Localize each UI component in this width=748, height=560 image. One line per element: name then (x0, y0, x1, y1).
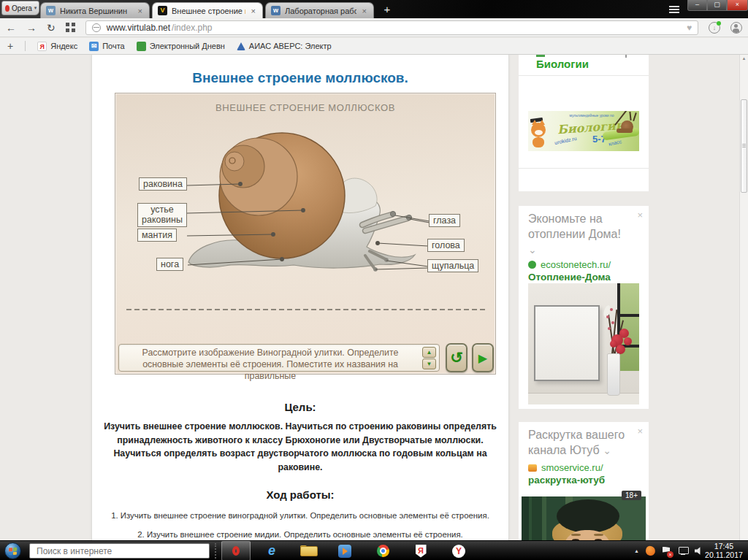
tab-virtulab-active[interactable]: V Внешнее строение молл × (152, 2, 263, 18)
forward-button[interactable]: → (26, 23, 37, 33)
ad-youtube-site[interactable]: smoservice.ru/ (528, 462, 603, 473)
bookmark-label: Яндекс (50, 42, 77, 50)
taskbar-opera[interactable] (221, 541, 251, 560)
taskbar-ie[interactable]: e (257, 541, 286, 560)
ad-site-text: smoservice.ru/ (541, 462, 603, 473)
tab-close-icon[interactable]: × (361, 7, 368, 15)
start-button[interactable] (4, 542, 21, 559)
taskbar-yandex[interactable]: Я (406, 541, 435, 560)
bookmark-yandex[interactable]: Я Яндекс (37, 42, 77, 51)
avast-icon[interactable] (645, 545, 656, 556)
taskbar-chrome[interactable] (368, 541, 397, 560)
maximize-button[interactable]: ▢ (707, 0, 727, 11)
ad-youtube-link[interactable]: раскрутка-ютуб (528, 475, 605, 486)
new-tab-button[interactable]: + (380, 3, 394, 15)
flower-bud (606, 315, 609, 318)
vase (607, 353, 620, 396)
ad-biology-banner[interactable]: мультимедийные уроки по Биологии urokidz… (528, 111, 639, 151)
tabs-menu-button[interactable] (669, 4, 679, 16)
tab-title: Внешнее строение молл (172, 7, 245, 15)
banner-tagline: мультимедийные уроки по (566, 113, 617, 118)
speaker-icon[interactable] (695, 547, 703, 555)
bookmark-dnevnik[interactable]: Электронный Дневн (137, 42, 225, 51)
label-shell-aperture[interactable]: устье раковины (137, 203, 187, 227)
back-button[interactable]: ← (6, 23, 16, 33)
snail-antenna (633, 112, 636, 121)
label-mantle[interactable]: мантия (137, 229, 177, 242)
menu-icon (669, 4, 679, 15)
bookmark-heart-icon[interactable]: ♥ (687, 23, 692, 33)
label-tentacles[interactable]: щупальца (427, 259, 478, 272)
flower-bud (611, 321, 614, 324)
tab-close-icon[interactable]: × (250, 7, 257, 15)
bookmark-aias[interactable]: АИАС АВЕРС: Электр (237, 42, 332, 50)
play-button[interactable]: ▶ (472, 343, 494, 372)
instruction-text: Рассмотрите изображение Виноградной улит… (123, 347, 418, 382)
ad-biology-block: Биологии мультимедийные уроки по Биологи… (519, 55, 649, 191)
scroll-up-button[interactable]: ▲ (422, 347, 436, 358)
child-brow (594, 534, 603, 536)
taskbar-yandex-browser[interactable]: Y (444, 541, 473, 560)
heater-panel (534, 305, 600, 381)
bookmark-label: Почта (102, 42, 125, 50)
ad-youtube-title: Раскрутка вашего канала Ютуб ⌄ (528, 427, 639, 459)
scrollbar-grip (742, 144, 746, 147)
page-viewport: Внешнее строение моллюсков. (0, 55, 748, 540)
ad-youtube-block: × Раскрутка вашего канала Ютуб ⌄ smoserv… (519, 422, 649, 540)
close-window-button[interactable]: × (727, 0, 748, 11)
chrome-icon (377, 545, 389, 557)
label-head[interactable]: голова (427, 239, 465, 252)
ad-heating-link[interactable]: Отопление-Дома (528, 272, 611, 283)
scrollbar-thumb[interactable] (741, 99, 747, 193)
bookmark-mail[interactable]: ✉ Почта (89, 42, 125, 51)
ad-close-icon[interactable]: × (637, 210, 643, 220)
scrollbar-up-arrow[interactable]: ▲ (740, 56, 748, 61)
site-badge-icon[interactable] (92, 23, 101, 32)
banner-site: urokidz.ru (554, 136, 578, 145)
minimize-button[interactable]: – (687, 0, 707, 11)
reset-button[interactable]: ↺ (446, 343, 468, 372)
add-bookmark-button[interactable]: + (7, 40, 13, 52)
opera-menu-button[interactable]: Opera ▾ (1, 1, 39, 15)
taskbar-explorer[interactable] (294, 541, 323, 560)
age-badge: 18+ (622, 491, 641, 500)
taskbar-wmp[interactable] (330, 541, 359, 560)
tab-close-icon[interactable]: × (137, 7, 144, 15)
ad-heating-site[interactable]: ecostonetech.ru/ (528, 259, 611, 270)
ad-title-text: Экономьте на отоплении Дома! (528, 212, 621, 240)
chevron-down-icon[interactable]: ⌄ (528, 244, 537, 256)
speed-dial-icon[interactable] (66, 23, 75, 32)
ad-heating-photo[interactable] (528, 283, 639, 404)
child-brow (571, 534, 581, 536)
chevron-down-icon[interactable]: ⌄ (603, 445, 611, 456)
tab-vk-labwork[interactable]: w Лабораторная работа С × (265, 2, 374, 18)
reload-button[interactable]: ↻ (47, 23, 56, 33)
label-shell[interactable]: раковина (139, 177, 187, 191)
tab-bar: Opera ▾ w Никита Вершинин × V Внешнее ст… (0, 0, 748, 18)
tray-expand-icon[interactable]: ▲ (634, 548, 639, 553)
scroll-down-button[interactable]: ▼ (422, 358, 436, 369)
clock-date: 20.11.2017 (703, 551, 745, 559)
address-bar[interactable]: www.virtulab.net /index.php ♥ (85, 20, 698, 35)
flower-bud (610, 308, 613, 311)
label-foot[interactable]: нога (156, 258, 183, 271)
ie-icon: e (268, 543, 275, 559)
label-eyes[interactable]: глаза (429, 214, 460, 227)
downloads-icon[interactable]: ↓ (709, 22, 720, 34)
taskbar-clock[interactable]: 17:45 20.11.2017 (703, 542, 745, 559)
cat-muzzle (535, 130, 543, 135)
ad-biology-link[interactable]: Биологии (536, 58, 589, 70)
taskbar-search-input[interactable] (29, 543, 210, 559)
ad-youtube-image[interactable] (522, 496, 646, 540)
virtual-lab-applet[interactable]: ВНЕШНЕЕ СТРОЕНИЕ МОЛЛЮСКОВ раковина усть… (115, 93, 496, 375)
page-scrollbar[interactable]: ▲ (739, 55, 748, 540)
screen: Opera ▾ w Никита Вершинин × V Внешнее ст… (0, 0, 748, 560)
action-center-flag-icon[interactable] (662, 546, 672, 556)
bookmarks-bar: + Я Яндекс ✉ Почта Электронный Дневн АИА… (0, 38, 748, 55)
mail-icon: ✉ (89, 42, 99, 51)
network-icon[interactable] (679, 547, 688, 556)
tab-vk-profile[interactable]: w Никита Вершинин × (40, 2, 150, 18)
tab-title: Лабораторная работа С (285, 7, 356, 15)
profile-avatar-icon[interactable] (730, 22, 742, 34)
media-player-icon (338, 545, 351, 558)
